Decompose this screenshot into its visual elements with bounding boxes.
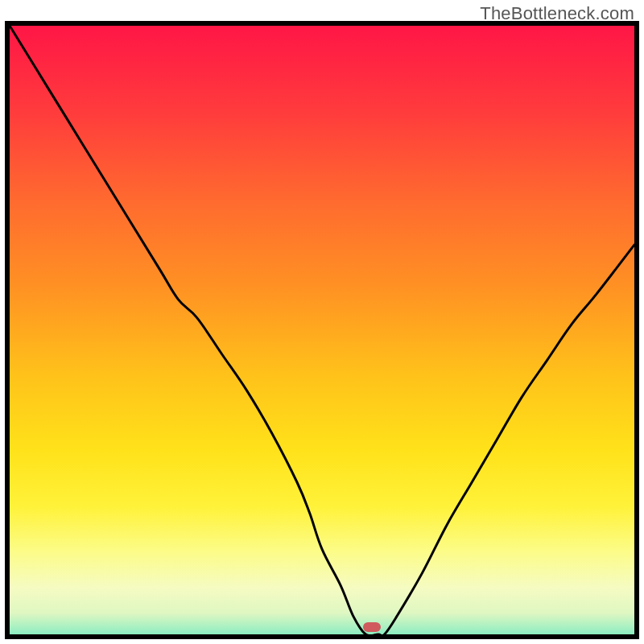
watermark-text: TheBottleneck.com — [480, 3, 634, 24]
chart-frame: TheBottleneck.com — [0, 0, 644, 644]
optimal-point-marker — [363, 622, 381, 632]
plot-area — [5, 21, 639, 639]
bottleneck-curve — [10, 26, 634, 634]
